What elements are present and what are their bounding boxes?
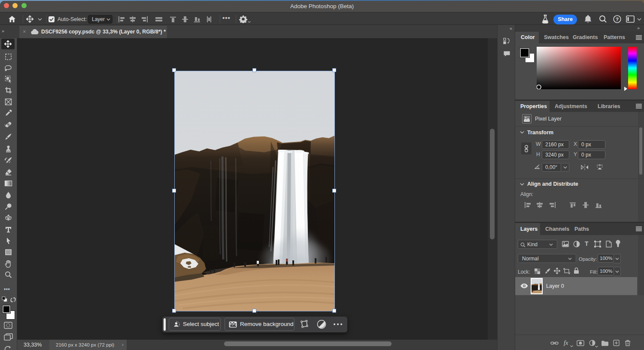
svg-text:?: ?	[616, 17, 619, 22]
